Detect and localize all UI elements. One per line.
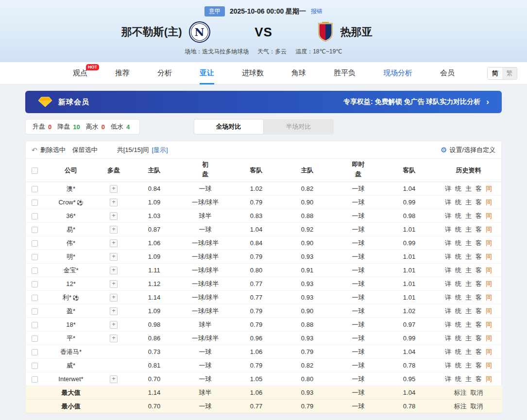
- history-link-4[interactable]: 客: [476, 294, 482, 301]
- show-link[interactable]: [显示]: [152, 146, 168, 154]
- row-checkbox[interactable]: [32, 322, 38, 328]
- history-link-5[interactable]: 同: [486, 267, 492, 274]
- company-cell[interactable]: 12*: [43, 277, 99, 291]
- summary-action-link[interactable]: 标注: [454, 403, 467, 410]
- history-link-4[interactable]: 客: [476, 348, 482, 355]
- delete-selected-button[interactable]: 删除选中: [40, 146, 66, 154]
- row-checkbox[interactable]: [32, 227, 38, 233]
- history-link-5[interactable]: 同: [486, 348, 492, 355]
- history-link-2[interactable]: 统: [455, 375, 461, 383]
- row-checkbox[interactable]: [32, 268, 38, 274]
- lang-simplified-button[interactable]: 简: [488, 67, 502, 79]
- history-link-2[interactable]: 统: [455, 239, 461, 247]
- expand-multi-odds-button[interactable]: +: [110, 375, 118, 383]
- row-checkbox[interactable]: [32, 186, 38, 192]
- row-checkbox[interactable]: [32, 349, 38, 355]
- history-link-4[interactable]: 客: [476, 375, 482, 383]
- history-link-2[interactable]: 统: [455, 253, 461, 260]
- select-all-checkbox[interactable]: [32, 168, 38, 174]
- history-link-3[interactable]: 主: [465, 185, 472, 192]
- nav-item-member[interactable]: 会员: [440, 62, 455, 84]
- summary-action-link[interactable]: 取消: [471, 403, 483, 410]
- history-link-4[interactable]: 客: [476, 212, 482, 219]
- history-link-1[interactable]: 详: [445, 212, 451, 219]
- history-link-2[interactable]: 统: [455, 212, 461, 219]
- history-link-1[interactable]: 详: [445, 348, 451, 355]
- nav-item-recommend[interactable]: 推荐: [115, 62, 130, 84]
- history-link-3[interactable]: 主: [465, 335, 472, 342]
- history-link-2[interactable]: 统: [455, 267, 461, 274]
- history-link-2[interactable]: 统: [455, 185, 461, 192]
- history-link-2[interactable]: 统: [455, 280, 461, 287]
- history-link-5[interactable]: 同: [486, 212, 492, 219]
- history-link-3[interactable]: 主: [465, 321, 472, 328]
- history-link-1[interactable]: 详: [445, 226, 451, 233]
- row-checkbox[interactable]: [32, 363, 38, 369]
- history-link-5[interactable]: 同: [486, 335, 492, 342]
- history-link-2[interactable]: 统: [455, 362, 461, 369]
- row-checkbox[interactable]: [32, 295, 38, 301]
- history-link-4[interactable]: 客: [476, 307, 482, 315]
- vip-banner[interactable]: 新球会员 专享权益: 免费解锁 免广告 球队实力对比分析 ›: [25, 91, 502, 113]
- row-checkbox[interactable]: [32, 308, 38, 315]
- row-checkbox[interactable]: [32, 213, 38, 219]
- history-link-4[interactable]: 客: [476, 226, 482, 233]
- history-link-3[interactable]: 主: [465, 280, 472, 287]
- history-link-4[interactable]: 客: [476, 280, 482, 287]
- expand-multi-odds-button[interactable]: +: [110, 212, 118, 220]
- history-link-1[interactable]: 详: [445, 362, 451, 369]
- history-link-3[interactable]: 主: [465, 348, 472, 355]
- history-link-1[interactable]: 详: [445, 239, 451, 247]
- history-link-1[interactable]: 详: [445, 335, 451, 342]
- history-link-2[interactable]: 统: [455, 294, 461, 301]
- history-link-5[interactable]: 同: [486, 226, 492, 233]
- nav-item-goals[interactable]: 进球数: [242, 62, 264, 84]
- settings-customize-link[interactable]: 设置/选择自定义: [449, 146, 495, 154]
- history-link-1[interactable]: 详: [445, 199, 451, 206]
- history-link-1[interactable]: 详: [445, 280, 451, 287]
- history-link-1[interactable]: 详: [445, 253, 451, 260]
- history-link-1[interactable]: 详: [445, 321, 451, 328]
- summary-action-link[interactable]: 取消: [471, 389, 483, 396]
- company-cell[interactable]: 澳*: [43, 182, 99, 196]
- company-cell[interactable]: Crow*⚽: [43, 196, 99, 209]
- expand-multi-odds-button[interactable]: +: [110, 253, 118, 261]
- company-cell[interactable]: 盈*: [43, 304, 99, 318]
- company-cell[interactable]: 威*: [43, 359, 99, 372]
- expand-multi-odds-button[interactable]: +: [110, 294, 118, 302]
- history-link-5[interactable]: 同: [486, 294, 492, 301]
- history-link-1[interactable]: 详: [445, 307, 451, 315]
- history-link-3[interactable]: 主: [465, 307, 472, 315]
- history-link-2[interactable]: 统: [455, 335, 461, 342]
- history-link-4[interactable]: 客: [476, 253, 482, 260]
- tab-half-match[interactable]: 半场对比: [264, 119, 334, 134]
- company-cell[interactable]: 香港马*: [43, 345, 99, 359]
- expand-multi-odds-button[interactable]: +: [110, 199, 118, 206]
- history-link-5[interactable]: 同: [486, 280, 492, 287]
- history-link-1[interactable]: 详: [445, 185, 451, 192]
- history-link-1[interactable]: 详: [445, 375, 451, 383]
- history-link-3[interactable]: 主: [465, 267, 472, 274]
- history-link-5[interactable]: 同: [486, 307, 492, 315]
- expand-multi-odds-button[interactable]: +: [110, 280, 118, 288]
- keep-selected-button[interactable]: 保留选中: [72, 146, 98, 154]
- history-link-5[interactable]: 同: [486, 253, 492, 260]
- expand-multi-odds-button[interactable]: +: [110, 185, 118, 193]
- history-link-4[interactable]: 客: [476, 321, 482, 328]
- history-link-5[interactable]: 同: [486, 239, 492, 247]
- history-link-2[interactable]: 统: [455, 321, 461, 328]
- row-checkbox[interactable]: [32, 254, 38, 260]
- company-cell[interactable]: 金宝*: [43, 264, 99, 277]
- nav-item-analysis[interactable]: 分析: [157, 62, 172, 84]
- nav-item-win-draw-lose[interactable]: 胜平负: [334, 62, 356, 84]
- company-cell[interactable]: 明*: [43, 250, 99, 264]
- row-checkbox[interactable]: [32, 240, 38, 247]
- history-link-2[interactable]: 统: [455, 199, 461, 206]
- expand-multi-odds-button[interactable]: +: [110, 307, 118, 315]
- history-link-3[interactable]: 主: [465, 294, 472, 301]
- history-link-5[interactable]: 同: [486, 375, 492, 383]
- history-link-1[interactable]: 详: [445, 294, 451, 301]
- history-link-4[interactable]: 客: [476, 267, 482, 274]
- expand-multi-odds-button[interactable]: +: [110, 335, 118, 342]
- company-cell[interactable]: 18*: [43, 318, 99, 332]
